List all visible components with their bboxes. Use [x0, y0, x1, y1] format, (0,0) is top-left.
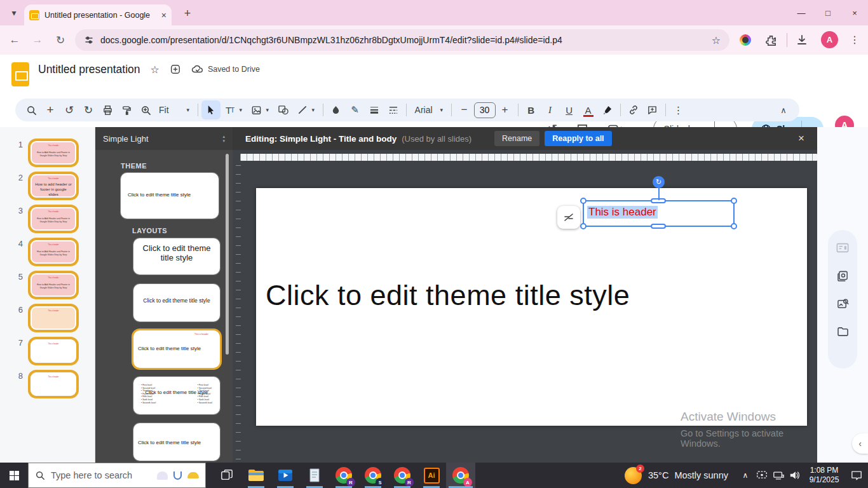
taskbar-illustrator[interactable]: Ai — [417, 463, 446, 488]
resize-handle-nw[interactable] — [580, 198, 587, 204]
document-title[interactable]: Untitled presentation — [38, 63, 140, 76]
resize-handle-sw[interactable] — [580, 223, 587, 229]
text-color-icon[interactable]: A — [579, 100, 598, 119]
reapply-to-all-button[interactable]: Reapply to all — [545, 131, 611, 146]
folder-icon[interactable] — [836, 325, 849, 338]
cast-icon[interactable] — [754, 463, 770, 488]
slide-editing-surface[interactable]: Click to edit theme title style This is … — [256, 188, 807, 426]
back-icon[interactable]: ← — [5, 30, 24, 50]
insert-link-icon[interactable] — [624, 100, 643, 119]
contacts-card-icon[interactable] — [836, 241, 849, 254]
theme-panel-scrollbar[interactable] — [226, 154, 229, 355]
zoom-icon[interactable] — [136, 100, 155, 119]
theme-selector[interactable]: Simple Light ▴▾ — [95, 127, 233, 150]
insert-line-icon[interactable] — [293, 100, 312, 119]
insert-shape-icon[interactable] — [274, 100, 293, 119]
underline-icon[interactable]: U — [560, 100, 579, 119]
weather-icon[interactable]: 2 — [625, 467, 642, 484]
omnibox[interactable]: docs.google.com/presentation/d/1CNqchgt3… — [75, 29, 729, 51]
border-color-icon[interactable]: ✎ — [346, 100, 365, 119]
search-menus-icon[interactable] — [22, 100, 41, 119]
hidden-icons-chevron[interactable]: ∧ — [737, 463, 754, 488]
start-button[interactable] — [0, 463, 28, 488]
extension-color-icon[interactable] — [738, 33, 752, 47]
increase-font-icon[interactable]: + — [496, 100, 515, 119]
taskbar-chrome-profile-a-active[interactable]: A — [446, 463, 475, 488]
zoom-caret-icon[interactable]: ▾ — [187, 107, 194, 113]
slide-thumbnail-3[interactable]: 3 This is header How to Add Header and F… — [0, 205, 95, 234]
textbox-caret-icon[interactable]: ▾ — [240, 107, 247, 113]
resize-handle-s[interactable] — [651, 224, 666, 229]
taskbar-chrome-profile-r1[interactable]: R — [329, 463, 358, 488]
network-icon[interactable] — [770, 463, 787, 488]
paint-format-icon[interactable] — [117, 100, 136, 119]
taskbar-search[interactable]: Type here to search — [28, 463, 206, 488]
move-folder-icon[interactable] — [170, 64, 181, 75]
saved-cloud-icon[interactable] — [191, 64, 204, 74]
undo-icon[interactable]: ↺ — [60, 100, 79, 119]
fill-color-icon[interactable] — [327, 100, 346, 119]
header-text[interactable]: This is header — [587, 206, 658, 219]
slide-thumbnail-2[interactable]: 2 This is header How to add header or fo… — [0, 172, 95, 201]
resize-handle-ne[interactable] — [731, 198, 737, 204]
slide-canvas[interactable]: Click to edit theme title style This is … — [233, 150, 817, 463]
slide-thumbnail-4[interactable]: 4 This is header How to Add Header and F… — [0, 238, 95, 267]
print-icon[interactable] — [98, 100, 117, 119]
image-caret-icon[interactable]: ▾ — [266, 107, 274, 113]
font-caret-icon[interactable]: ▾ — [440, 107, 448, 113]
action-center-icon[interactable] — [845, 463, 868, 488]
taskbar-clock[interactable]: 1:08 PM 9/1/2025 — [803, 466, 845, 485]
image-search-icon[interactable] — [836, 297, 849, 310]
slide-thumbnail-7[interactable]: 7 This is header — [0, 337, 95, 366]
weather-desc[interactable]: Mostly sunny — [674, 470, 728, 480]
line-caret-icon[interactable]: ▾ — [312, 107, 320, 113]
header-textbox-selected[interactable]: This is header ↻ — [583, 200, 735, 227]
zoom-level[interactable]: Fit — [159, 105, 169, 115]
volume-icon[interactable] — [787, 463, 803, 488]
browser-tab[interactable]: Untitled presentation - Google S × — [24, 4, 172, 25]
layout-thumbnail-2[interactable]: Click to edit theme title style — [133, 284, 220, 322]
search-placeholder[interactable]: Type here to search — [51, 470, 151, 480]
font-family-select[interactable]: Arial — [410, 105, 440, 115]
maximize-button[interactable]: □ — [815, 0, 841, 25]
url-text[interactable]: docs.google.com/presentation/d/1CNqchgt3… — [100, 35, 705, 45]
site-info-icon[interactable] — [84, 35, 94, 45]
insert-image-icon[interactable] — [247, 100, 266, 119]
tab-search-icon[interactable]: ▾ — [6, 5, 22, 20]
close-window-button[interactable]: × — [841, 0, 868, 25]
new-slide-icon[interactable]: + — [41, 100, 60, 119]
side-panel-toggle[interactable]: ‹ — [852, 433, 868, 454]
bookmark-star-icon[interactable]: ☆ — [712, 34, 721, 46]
decrease-font-icon[interactable]: − — [455, 100, 474, 119]
taskbar-movies-tv[interactable] — [271, 463, 300, 488]
photos-icon[interactable] — [836, 269, 849, 282]
slide-thumbnail-6[interactable]: 6 This is header — [0, 304, 95, 333]
rename-button[interactable]: Rename — [494, 131, 539, 146]
saved-status[interactable]: Saved to Drive — [208, 65, 260, 74]
add-comment-icon[interactable] — [643, 100, 662, 119]
slide-thumbnail-5[interactable]: 5 This is header How to Add Header and F… — [0, 271, 95, 300]
minimize-button[interactable]: — — [788, 0, 815, 25]
hide-menus-icon[interactable]: ∧ — [774, 100, 793, 119]
tab-close-icon[interactable]: × — [161, 10, 166, 20]
new-tab-button[interactable]: + — [179, 5, 196, 22]
close-master-view-icon[interactable]: × — [798, 132, 804, 145]
autofit-indicator-button[interactable] — [557, 206, 580, 229]
redo-icon[interactable]: ↻ — [79, 100, 98, 119]
reload-icon[interactable]: ↻ — [51, 30, 70, 50]
taskbar-file-explorer[interactable] — [241, 463, 271, 488]
layout-thumbnail-5[interactable]: Click to edit theme title style — [133, 423, 220, 461]
rotate-handle-icon[interactable]: ↻ — [653, 176, 665, 188]
layout-thumbnail-3-selected[interactable]: This is header Click to edit theme title… — [133, 330, 220, 368]
task-view-button[interactable] — [212, 463, 241, 488]
slide-thumbnail-8[interactable]: 8 This is header — [0, 370, 95, 399]
taskbar-notepad[interactable] — [300, 463, 329, 488]
browser-profile-avatar[interactable]: A — [821, 31, 838, 48]
theme-spinner-icon[interactable]: ▴▾ — [222, 134, 225, 143]
star-document-icon[interactable]: ☆ — [151, 64, 159, 76]
taskbar-chrome-profile-s[interactable]: S — [358, 463, 388, 488]
slide-thumbnail-1[interactable]: 1 This is header How to Add Header and F… — [0, 139, 95, 168]
font-size-input[interactable]: 30 — [474, 102, 496, 118]
layout-thumbnail-1[interactable]: Click to edit theme title style — [133, 238, 220, 274]
forward-icon[interactable]: → — [28, 30, 47, 50]
